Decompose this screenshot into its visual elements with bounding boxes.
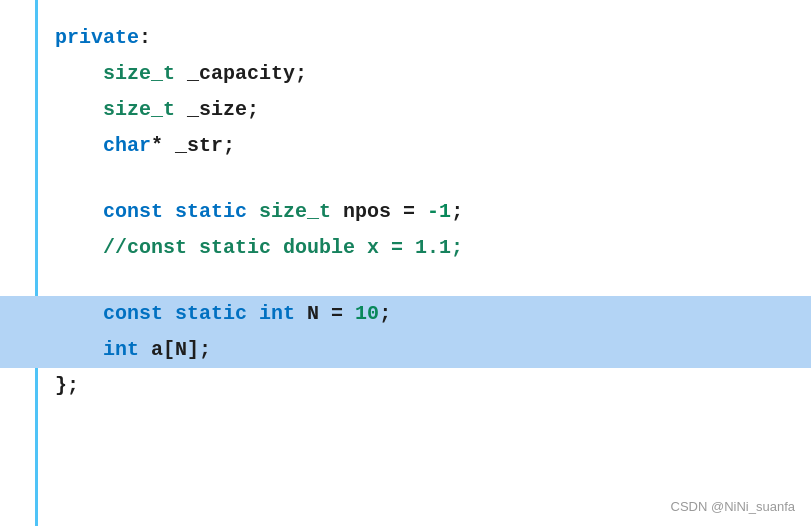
code-line (55, 164, 811, 194)
code-token: static (175, 200, 247, 223)
code-token (247, 302, 259, 325)
code-line: private: (55, 20, 811, 56)
code-token (55, 200, 103, 223)
line-content: //const static double x = 1.1; (55, 230, 463, 266)
code-token (55, 62, 103, 85)
code-token: //const static double x = 1.1; (55, 236, 463, 259)
line-content: }; (55, 368, 79, 404)
code-token (247, 200, 259, 223)
code-token: const (103, 200, 163, 223)
code-token: }; (55, 374, 79, 397)
code-line: const static size_t npos = -1; (55, 194, 811, 230)
code-token: -1 (427, 200, 451, 223)
code-token: ; (451, 200, 463, 223)
code-token: _capacity; (175, 62, 307, 85)
line-content: int a[N]; (55, 332, 211, 368)
code-line: int a[N]; (0, 332, 811, 368)
line-content: char* _str; (55, 128, 235, 164)
code-token: size_t (103, 98, 175, 121)
code-token: size_t (103, 62, 175, 85)
code-token: 10 (355, 302, 379, 325)
code-token (163, 302, 175, 325)
code-token: static (175, 302, 247, 325)
watermark: CSDN @NiNi_suanfa (671, 499, 795, 514)
code-token: private (55, 26, 139, 49)
code-token (55, 302, 103, 325)
line-content: size_t _size; (55, 92, 259, 128)
code-editor: private: size_t _capacity; size_t _size;… (0, 0, 811, 526)
line-content: const static int N = 10; (55, 296, 391, 332)
code-token: * _str; (151, 134, 235, 157)
code-line (55, 266, 811, 296)
code-token: a[N]; (139, 338, 211, 361)
line-content: size_t _capacity; (55, 56, 307, 92)
code-line: size_t _size; (55, 92, 811, 128)
code-token: int (259, 302, 295, 325)
code-line: //const static double x = 1.1; (55, 230, 811, 266)
code-token: npos = (331, 200, 427, 223)
line-content: const static size_t npos = -1; (55, 194, 463, 230)
code-token (163, 200, 175, 223)
code-line: size_t _capacity; (55, 56, 811, 92)
code-token: ; (379, 302, 391, 325)
code-token (55, 134, 103, 157)
code-line: }; (55, 368, 811, 404)
code-lines: private: size_t _capacity; size_t _size;… (0, 20, 811, 404)
code-token: _size; (175, 98, 259, 121)
code-token: char (103, 134, 151, 157)
line-content: private: (55, 20, 151, 56)
code-token: const (103, 302, 163, 325)
code-token: size_t (259, 200, 331, 223)
code-token: N = (295, 302, 355, 325)
code-token: int (103, 338, 139, 361)
code-line: char* _str; (55, 128, 811, 164)
code-line: const static int N = 10; (0, 296, 811, 332)
code-token (55, 338, 103, 361)
code-token (55, 98, 103, 121)
code-token: : (139, 26, 151, 49)
